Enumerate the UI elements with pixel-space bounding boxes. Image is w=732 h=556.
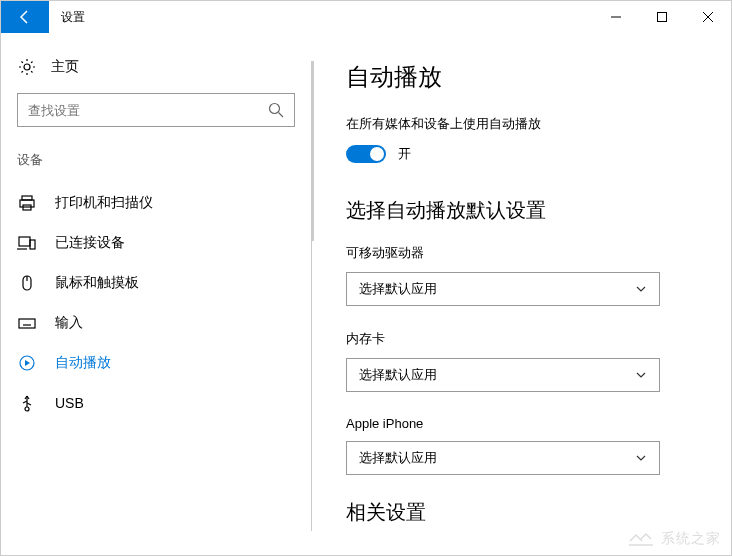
sidebar-item-connected-devices[interactable]: 已连接设备 bbox=[1, 223, 311, 263]
dropdown-value: 选择默认应用 bbox=[359, 280, 437, 298]
chevron-down-icon bbox=[635, 283, 647, 295]
close-button[interactable] bbox=[685, 1, 731, 33]
titlebar: 设置 bbox=[1, 1, 731, 33]
svg-point-4 bbox=[24, 64, 30, 70]
toggle-state-label: 开 bbox=[398, 145, 411, 163]
field-label-memory-card: 内存卡 bbox=[346, 330, 705, 348]
chevron-down-icon bbox=[635, 452, 647, 464]
minimize-button[interactable] bbox=[593, 1, 639, 33]
arrow-left-icon bbox=[17, 9, 33, 25]
toggle-track bbox=[346, 145, 386, 163]
maximize-icon bbox=[657, 12, 667, 22]
gear-icon bbox=[17, 57, 37, 77]
svg-rect-1 bbox=[658, 13, 667, 22]
related-heading: 相关设置 bbox=[346, 499, 705, 526]
back-button[interactable] bbox=[1, 1, 49, 33]
nav-label: 打印机和扫描仪 bbox=[55, 194, 153, 212]
dropdown-removable-drive[interactable]: 选择默认应用 bbox=[346, 272, 660, 306]
nav-label: 已连接设备 bbox=[55, 234, 125, 252]
svg-rect-8 bbox=[20, 200, 34, 207]
mouse-icon bbox=[17, 273, 37, 293]
home-label: 主页 bbox=[51, 58, 79, 76]
search-input[interactable] bbox=[28, 103, 268, 118]
nav-label: 输入 bbox=[55, 314, 83, 332]
search-box[interactable] bbox=[17, 93, 295, 127]
close-icon bbox=[703, 12, 713, 22]
sidebar-item-usb[interactable]: USB bbox=[1, 383, 311, 423]
scrollbar[interactable] bbox=[312, 61, 314, 241]
svg-point-22 bbox=[25, 407, 29, 411]
autoplay-icon bbox=[17, 353, 37, 373]
nav-label: 自动播放 bbox=[55, 354, 111, 372]
minimize-icon bbox=[611, 12, 621, 22]
svg-point-5 bbox=[270, 104, 280, 114]
autoplay-toggle[interactable]: 开 bbox=[346, 145, 705, 163]
sidebar-item-mouse[interactable]: 鼠标和触摸板 bbox=[1, 263, 311, 303]
home-nav[interactable]: 主页 bbox=[1, 49, 311, 93]
sidebar-item-typing[interactable]: 输入 bbox=[1, 303, 311, 343]
sidebar-section-label: 设备 bbox=[1, 151, 311, 183]
watermark-icon bbox=[627, 529, 655, 549]
watermark-text: 系统之家 bbox=[661, 530, 721, 548]
chevron-down-icon bbox=[635, 369, 647, 381]
content-area: 自动播放 在所有媒体和设备上使用自动播放 开 选择自动播放默认设置 可移动驱动器… bbox=[312, 33, 731, 555]
dropdown-memory-card[interactable]: 选择默认应用 bbox=[346, 358, 660, 392]
toggle-knob bbox=[370, 147, 384, 161]
nav-label: USB bbox=[55, 395, 84, 411]
keyboard-icon bbox=[17, 313, 37, 333]
dropdown-apple-iphone[interactable]: 选择默认应用 bbox=[346, 441, 660, 475]
printer-icon bbox=[17, 193, 37, 213]
nav-label: 鼠标和触摸板 bbox=[55, 274, 139, 292]
window-title: 设置 bbox=[49, 1, 97, 33]
dropdown-value: 选择默认应用 bbox=[359, 366, 437, 384]
svg-rect-15 bbox=[19, 319, 35, 328]
svg-line-6 bbox=[279, 113, 284, 118]
field-label-removable: 可移动驱动器 bbox=[346, 244, 705, 262]
usb-icon bbox=[17, 393, 37, 413]
page-heading: 自动播放 bbox=[346, 61, 705, 93]
maximize-button[interactable] bbox=[639, 1, 685, 33]
toggle-description: 在所有媒体和设备上使用自动播放 bbox=[346, 115, 705, 133]
sidebar-item-autoplay[interactable]: 自动播放 bbox=[1, 343, 311, 383]
dropdown-value: 选择默认应用 bbox=[359, 449, 437, 467]
field-label-iphone: Apple iPhone bbox=[346, 416, 705, 431]
search-icon bbox=[268, 102, 284, 118]
svg-rect-7 bbox=[22, 196, 32, 200]
sidebar-item-printers[interactable]: 打印机和扫描仪 bbox=[1, 183, 311, 223]
svg-rect-11 bbox=[30, 240, 35, 249]
devices-icon bbox=[17, 233, 37, 253]
svg-rect-10 bbox=[19, 237, 30, 246]
watermark: 系统之家 bbox=[627, 529, 721, 549]
titlebar-drag-area[interactable] bbox=[97, 1, 593, 33]
section-heading: 选择自动播放默认设置 bbox=[346, 197, 705, 224]
sidebar: 主页 设备 打印机和扫描仪 已连接设备 鼠标和触摸板 输入 自动播放 bbox=[1, 33, 311, 555]
